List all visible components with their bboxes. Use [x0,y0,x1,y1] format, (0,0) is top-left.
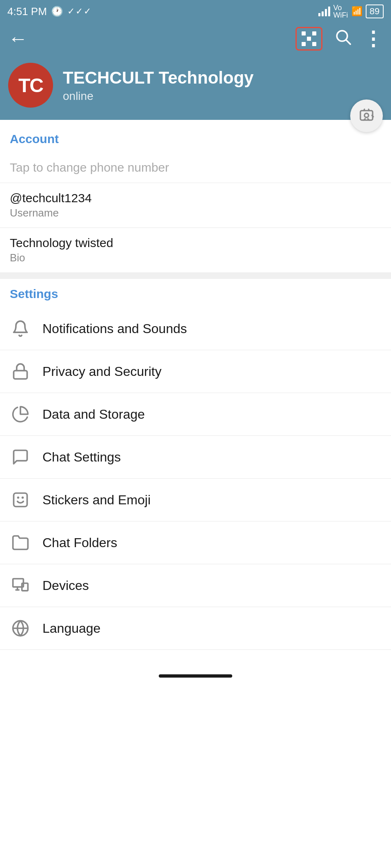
globe-icon [10,618,31,639]
phone-number-placeholder: Tap to change phone number [10,161,381,174]
content: Account Tap to change phone number @tech… [0,120,391,650]
signal-bars [318,7,330,16]
bio-item[interactable]: Technology twisted Bio [0,228,391,272]
svg-rect-9 [14,371,27,379]
stickers-label: Stickers and Emoji [42,493,151,508]
search-button[interactable] [334,28,352,50]
wifi-icon: 📶 [351,6,362,17]
search-icon [334,30,352,49]
devices-label: Devices [42,578,89,593]
profile-section: TC TECHCULT Technology online [0,59,391,120]
bottom-bar [0,666,391,686]
svg-point-12 [22,497,24,499]
phone-number-item[interactable]: Tap to change phone number [0,152,391,183]
chat-icon [10,446,31,468]
battery-display: 89 [366,4,384,18]
sticker-icon [10,489,31,510]
add-photo-button[interactable] [350,99,383,132]
bio-label: Bio [10,252,381,264]
username-item[interactable]: @techcult1234 Username [0,183,391,228]
bio-value: Technology twisted [10,236,381,250]
back-button[interactable]: ← [8,29,28,49]
devices-icon [10,575,31,596]
svg-point-11 [17,497,20,499]
avatar-initials: TC [18,74,43,97]
alarm-icon: 🕐 [51,6,63,17]
settings-section-label: Settings [0,279,391,307]
language-label: Language [42,621,100,636]
qr-icon [302,31,316,46]
profile-name: TECHCULT Technology [63,68,383,88]
privacy-label: Privacy and Security [42,364,162,379]
bottom-home-indicator [159,674,232,678]
nav-bar: ← ⋮ [0,21,391,59]
nav-right: ⋮ [295,27,383,51]
profile-status: online [63,90,383,103]
chat-settings-label: Chat Settings [42,450,121,465]
qr-button[interactable] [295,27,322,51]
status-left: 4:51 PM 🕐 ✓✓✓ [7,5,92,18]
back-arrow-icon: ← [8,28,28,49]
settings-item-chat[interactable]: Chat Settings [0,436,391,479]
svg-line-7 [364,119,365,120]
avatar: TC [8,63,53,108]
settings-item-folders[interactable]: Chat Folders [0,521,391,564]
username-label: Username [10,207,381,219]
check-marks: ✓✓✓ [67,6,92,17]
section-divider [0,272,391,279]
notifications-label: Notifications and Sounds [42,321,187,336]
status-right: VoWiFi 📶 89 [318,4,384,19]
svg-rect-10 [14,493,27,507]
svg-rect-2 [360,110,373,120]
piechart-icon [10,404,31,425]
settings-item-privacy[interactable]: Privacy and Security [0,350,391,393]
more-button[interactable]: ⋮ [363,27,383,50]
folders-label: Chat Folders [42,535,117,550]
svg-line-8 [372,115,373,117]
svg-point-3 [364,113,369,117]
nav-left: ← [8,29,28,49]
svg-line-4 [364,109,364,110]
lock-icon [10,361,31,382]
settings-item-data[interactable]: Data and Storage [0,393,391,436]
status-bar: 4:51 PM 🕐 ✓✓✓ VoWiFi 📶 89 [0,0,391,21]
bell-icon [10,318,31,339]
settings-item-notifications[interactable]: Notifications and Sounds [0,307,391,350]
settings-item-stickers[interactable]: Stickers and Emoji [0,479,391,521]
data-label: Data and Storage [42,407,145,422]
add-photo-icon [358,107,375,125]
svg-line-5 [369,109,369,110]
settings-item-language[interactable]: Language [0,607,391,650]
account-section-label: Account [0,124,391,152]
svg-line-6 [368,119,369,120]
settings-item-devices[interactable]: Devices [0,564,391,607]
username-value: @techcult1234 [10,191,381,205]
more-icon: ⋮ [363,28,383,50]
svg-line-1 [346,40,350,44]
folder-icon [10,532,31,553]
profile-info: TECHCULT Technology online [63,68,383,103]
time-display: 4:51 PM [7,5,47,18]
vo-wifi-label: VoWiFi [333,4,348,19]
